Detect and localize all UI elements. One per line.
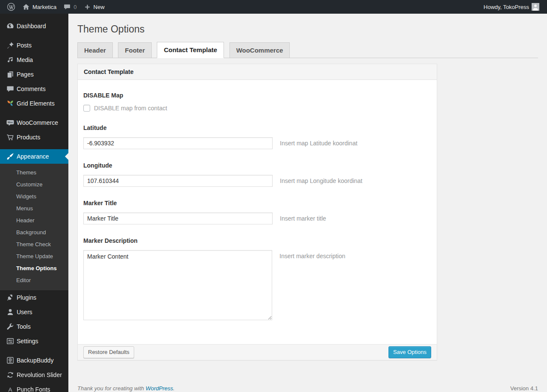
- submenu-item-menus[interactable]: Menus: [0, 203, 68, 215]
- sidebar-item-label: Pages: [17, 70, 34, 79]
- sidebar-item-label: Grid Elements: [17, 99, 55, 108]
- marker-description-textarea[interactable]: Marker Content: [83, 250, 272, 320]
- disable-map-checkbox-label: DISABLE map from contact: [94, 105, 167, 112]
- wordpress-menu[interactable]: [3, 0, 19, 14]
- marker-description-hint: Insert marker description: [279, 250, 345, 259]
- panel-title: Contact Template: [78, 64, 437, 80]
- submenu-item-editor[interactable]: Editor: [0, 274, 68, 286]
- pages-icon: [6, 70, 15, 79]
- svg-text:Woo: Woo: [7, 121, 13, 124]
- sidebar-item-punch-fonts[interactable]: A Punch Fonts: [0, 382, 68, 392]
- home-icon: [22, 3, 30, 11]
- comments-count: 0: [74, 4, 76, 10]
- restore-defaults-button[interactable]: Restore Defaults: [83, 346, 134, 358]
- main-content: Theme Options Header Footer Contact Temp…: [68, 0, 547, 392]
- submenu-item-background[interactable]: Background: [0, 227, 68, 239]
- field-label: Longitude: [83, 162, 431, 169]
- account-menu[interactable]: Howdy, TokoPress: [480, 0, 543, 14]
- submenu-item-widgets[interactable]: Widgets: [0, 191, 68, 203]
- disable-map-checkbox[interactable]: [83, 105, 90, 112]
- site-name-label: Marketica: [32, 4, 56, 10]
- field-label: DISABLE Map: [83, 92, 431, 99]
- paintbrush-icon: [6, 152, 15, 161]
- sidebar-item-label: Comments: [17, 85, 46, 93]
- submenu-item-themes[interactable]: Themes: [0, 167, 68, 179]
- field-marker-title: Marker Title Insert marker title: [83, 200, 431, 224]
- admin-sidebar: Dashboard Posts Media Pages Comments Gri…: [0, 14, 68, 392]
- media-icon: [6, 56, 15, 64]
- backup-icon: [6, 356, 15, 365]
- sidebar-item-revolution-slider[interactable]: Revolution Slider: [0, 368, 68, 382]
- admin-footer: Thank you for creating with WordPress. V…: [77, 385, 538, 392]
- user-icon: [6, 308, 15, 316]
- field-latitude: Latitude Insert map Latitude koordinat: [83, 124, 431, 149]
- marker-title-hint: Insert marker title: [280, 212, 326, 222]
- field-disable-map: DISABLE Map DISABLE map from contact: [83, 92, 431, 112]
- sidebar-item-users[interactable]: Users: [0, 305, 68, 319]
- avatar: [532, 3, 539, 11]
- sidebar-item-pages[interactable]: Pages: [0, 67, 68, 82]
- howdy-label: Howdy, TokoPress: [484, 4, 529, 10]
- new-label: New: [94, 4, 105, 10]
- field-longitude: Longitude Insert map Longitude koordinat: [83, 162, 431, 187]
- tab-woocommerce[interactable]: WooCommerce: [229, 42, 290, 58]
- latitude-input[interactable]: [83, 137, 273, 149]
- save-options-button[interactable]: Save Options: [388, 346, 431, 358]
- sidebar-item-settings[interactable]: Settings: [0, 334, 68, 348]
- sidebar-item-label: Plugins: [17, 293, 36, 302]
- new-content-button[interactable]: New: [80, 0, 108, 14]
- sidebar-item-label: Revolution Slider: [17, 371, 62, 379]
- submenu-item-theme-options[interactable]: Theme Options: [0, 262, 68, 274]
- sidebar-item-appearance[interactable]: Appearance: [0, 149, 68, 164]
- panel-footer: Restore Defaults Save Options: [78, 344, 437, 360]
- sidebar-item-grid-elements[interactable]: Grid Elements: [0, 96, 68, 111]
- tab-footer[interactable]: Footer: [118, 42, 152, 58]
- wordpress-logo-icon: [7, 3, 15, 11]
- wordpress-link[interactable]: WordPress: [146, 385, 173, 392]
- sidebar-item-label: Posts: [17, 41, 32, 50]
- contact-template-panel: Contact Template DISABLE Map DISABLE map…: [77, 64, 437, 360]
- sidebar-item-label: Tools: [17, 322, 31, 331]
- pushpin-icon: [6, 41, 15, 50]
- footer-thanks-text: Thank you for creating with: [77, 385, 146, 392]
- svg-text:A: A: [8, 386, 12, 392]
- sidebar-item-media[interactable]: Media: [0, 53, 68, 67]
- dashboard-icon: [6, 22, 15, 30]
- sidebar-item-label: WooCommerce: [17, 118, 58, 127]
- appearance-submenu: Themes Customize Widgets Menus Header Ba…: [0, 164, 68, 290]
- marker-title-input[interactable]: [83, 212, 273, 224]
- page-title: Theme Options: [77, 23, 538, 35]
- letter-a-icon: A: [6, 385, 15, 392]
- submenu-item-theme-update[interactable]: Theme Update: [0, 251, 68, 262]
- sidebar-item-label: Dashboard: [17, 22, 46, 30]
- submenu-item-customize[interactable]: Customize: [0, 179, 68, 191]
- sidebar-item-label: Appearance: [17, 152, 49, 161]
- field-label: Marker Description: [83, 237, 431, 244]
- sidebar-item-tools[interactable]: Tools: [0, 319, 68, 334]
- settings-icon: [6, 337, 15, 345]
- sidebar-item-products[interactable]: Products: [0, 130, 68, 144]
- sidebar-item-backupbuddy[interactable]: BackupBuddy: [0, 353, 68, 368]
- comments-shortcut[interactable]: 0: [60, 0, 80, 14]
- submenu-item-theme-check[interactable]: Theme Check: [0, 239, 68, 251]
- sidebar-item-woocommerce[interactable]: Woo WooCommerce: [0, 115, 68, 130]
- site-name-link[interactable]: Marketica: [19, 0, 60, 14]
- footer-version: Version 4.1: [510, 385, 538, 392]
- refresh-icon: [6, 371, 15, 379]
- submenu-item-header[interactable]: Header: [0, 215, 68, 227]
- tab-contact-template[interactable]: Contact Template: [157, 42, 224, 58]
- footer-thanks-period: .: [173, 385, 175, 392]
- sidebar-item-label: Punch Fonts: [17, 385, 50, 392]
- footer-thanks: Thank you for creating with WordPress.: [77, 385, 175, 392]
- tab-header[interactable]: Header: [77, 42, 113, 58]
- sidebar-item-comments[interactable]: Comments: [0, 82, 68, 96]
- cart-icon: [6, 133, 15, 141]
- longitude-input[interactable]: [83, 175, 273, 187]
- wrench-icon: [6, 322, 15, 331]
- sidebar-item-plugins[interactable]: Plugins: [0, 290, 68, 305]
- grid-elements-icon: [6, 99, 15, 108]
- field-label: Marker Title: [83, 200, 431, 206]
- sidebar-item-dashboard[interactable]: Dashboard: [0, 19, 68, 33]
- comment-bubble-icon: [63, 3, 71, 11]
- sidebar-item-posts[interactable]: Posts: [0, 38, 68, 53]
